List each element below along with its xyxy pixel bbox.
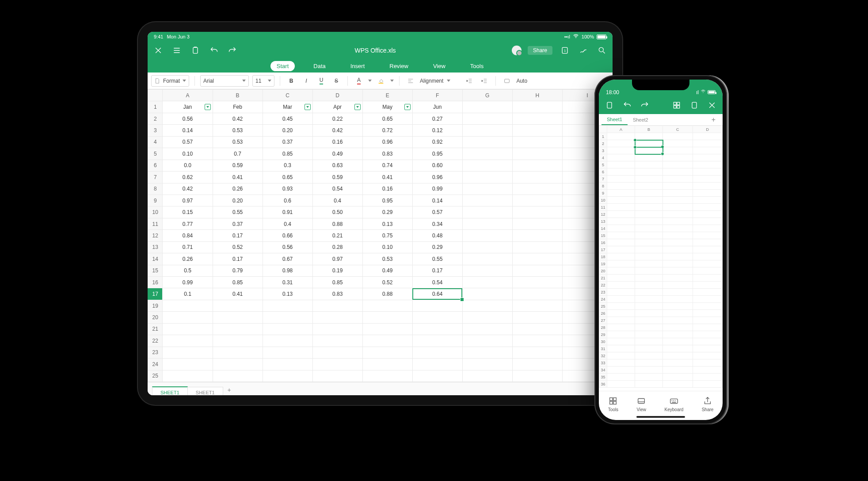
- filter-icon[interactable]: [205, 104, 211, 110]
- cell[interactable]: [693, 303, 722, 310]
- row-header[interactable]: 7: [148, 172, 163, 183]
- cell[interactable]: [607, 176, 635, 183]
- cell[interactable]: [693, 190, 722, 197]
- cell[interactable]: 0.37: [263, 136, 312, 148]
- cell[interactable]: 0.53: [213, 125, 263, 136]
- iphone-grid[interactable]: ABCD123456789101112131415161718192021222…: [599, 126, 723, 391]
- cell[interactable]: [663, 366, 693, 374]
- row-header[interactable]: 10: [148, 206, 163, 218]
- column-header[interactable]: A: [607, 126, 635, 133]
- cell[interactable]: [635, 366, 663, 374]
- cell[interactable]: [462, 265, 512, 276]
- cell[interactable]: [462, 370, 512, 382]
- cell[interactable]: 0.13: [263, 288, 312, 300]
- cell[interactable]: [213, 312, 263, 323]
- cell[interactable]: Jan: [163, 101, 213, 113]
- cell[interactable]: 0.91: [263, 206, 312, 218]
- strikethrough-button[interactable]: S: [331, 75, 342, 87]
- cell[interactable]: [635, 260, 663, 267]
- filter-icon[interactable]: [404, 104, 411, 110]
- cell[interactable]: [512, 136, 562, 148]
- cell[interactable]: 0.85: [213, 277, 263, 288]
- chevron-down-icon[interactable]: [447, 80, 450, 82]
- cell[interactable]: 0.42: [312, 125, 362, 136]
- cell[interactable]: [663, 154, 693, 161]
- format-dropdown[interactable]: Format: [151, 75, 189, 87]
- cell[interactable]: 0.56: [163, 113, 213, 124]
- cell[interactable]: 0.71: [163, 241, 213, 253]
- cell[interactable]: 0.92: [412, 136, 462, 148]
- row-header[interactable]: 15: [599, 232, 607, 239]
- row-header[interactable]: 3: [148, 125, 163, 136]
- row-header[interactable]: 19: [148, 300, 163, 311]
- cell[interactable]: [362, 323, 412, 335]
- cell[interactable]: 0.95: [362, 195, 412, 206]
- tab-start[interactable]: Start: [270, 61, 295, 71]
- row-header[interactable]: 21: [148, 323, 163, 335]
- add-sheet-button[interactable]: +: [707, 116, 720, 124]
- cell[interactable]: 0.62: [163, 172, 213, 183]
- cell[interactable]: [635, 317, 663, 324]
- cell[interactable]: [462, 241, 512, 253]
- row-header[interactable]: 14: [599, 225, 607, 232]
- cell[interactable]: [693, 352, 722, 359]
- cell[interactable]: [663, 183, 693, 190]
- cell[interactable]: [312, 370, 362, 382]
- cell[interactable]: [663, 225, 693, 232]
- cell[interactable]: 0.79: [213, 265, 263, 276]
- close-icon[interactable]: [152, 44, 164, 57]
- cell[interactable]: 0.96: [412, 172, 462, 183]
- row-header[interactable]: 32: [599, 352, 607, 359]
- cell[interactable]: [663, 211, 693, 218]
- cell[interactable]: [663, 239, 693, 246]
- cell[interactable]: [693, 168, 722, 176]
- row-header[interactable]: 19: [599, 260, 607, 267]
- cell[interactable]: 0.15: [163, 206, 213, 218]
- cell[interactable]: [607, 147, 635, 154]
- cell[interactable]: Apr: [312, 101, 362, 113]
- cell[interactable]: [635, 232, 663, 239]
- cell[interactable]: 0.53: [213, 136, 263, 148]
- share-button[interactable]: Share: [702, 396, 714, 412]
- italic-button[interactable]: I: [301, 75, 312, 87]
- row-header[interactable]: 21: [599, 275, 607, 282]
- cell[interactable]: 0.3: [263, 160, 312, 171]
- cell[interactable]: [607, 140, 635, 147]
- draw-icon[interactable]: [577, 44, 590, 57]
- cell[interactable]: [663, 176, 693, 183]
- cell[interactable]: [607, 232, 635, 239]
- underline-button[interactable]: U: [316, 75, 327, 87]
- cell[interactable]: [693, 253, 722, 260]
- cell[interactable]: [462, 101, 512, 113]
- cell[interactable]: [312, 312, 362, 323]
- cell[interactable]: [607, 289, 635, 296]
- cell[interactable]: [412, 323, 462, 335]
- cell[interactable]: [693, 147, 722, 154]
- cell[interactable]: [362, 312, 412, 323]
- cell[interactable]: 0.14: [412, 195, 462, 206]
- cell[interactable]: [462, 335, 512, 347]
- cell[interactable]: 0.31: [263, 277, 312, 288]
- cell[interactable]: 0.10: [163, 148, 213, 160]
- cell[interactable]: [663, 324, 693, 331]
- cell[interactable]: [693, 267, 722, 275]
- cell[interactable]: [693, 232, 722, 239]
- redo-icon[interactable]: [226, 44, 239, 57]
- cell[interactable]: [635, 381, 663, 388]
- cell[interactable]: [663, 317, 693, 324]
- cell[interactable]: [213, 335, 263, 347]
- cell[interactable]: [693, 211, 722, 218]
- cell[interactable]: [412, 312, 462, 323]
- row-header[interactable]: 24: [599, 296, 607, 303]
- cell[interactable]: [312, 300, 362, 311]
- cell[interactable]: [213, 347, 263, 358]
- cell[interactable]: 0.55: [412, 253, 462, 265]
- cell[interactable]: [635, 352, 663, 359]
- cell[interactable]: [635, 197, 663, 204]
- cell[interactable]: 0.20: [213, 195, 263, 206]
- cell[interactable]: [512, 277, 562, 288]
- cell[interactable]: [607, 190, 635, 197]
- cell[interactable]: [607, 225, 635, 232]
- cell[interactable]: [607, 352, 635, 359]
- cell[interactable]: [462, 160, 512, 171]
